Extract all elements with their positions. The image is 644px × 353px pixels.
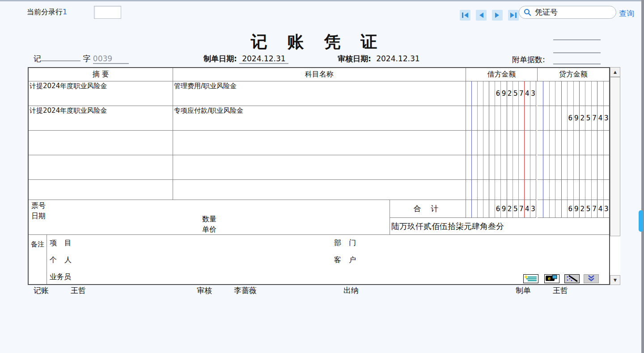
row-credit-cell[interactable]: 6925743 [538, 106, 609, 131]
row-account-cell[interactable]: 专项应付款/职业风险金 [173, 106, 466, 131]
amount-digit-cell [585, 131, 591, 155]
magic-wand-icon[interactable] [564, 274, 580, 283]
header-blank-line-2 [553, 45, 601, 53]
lines-sparkle-icon[interactable] [523, 274, 538, 283]
amount-digit-cell [580, 155, 585, 179]
row-summary-cell[interactable] [29, 155, 173, 180]
amount-digit-cell [562, 81, 568, 106]
next-page-icon[interactable] [492, 10, 503, 21]
row-summary-cell[interactable]: 计提2024年度职业风险金 [29, 81, 173, 106]
quantity-label: 数量 [202, 215, 216, 224]
row-debit-cell[interactable] [466, 131, 536, 155]
row-account-cell[interactable] [173, 155, 466, 180]
amount-digit-cell [466, 106, 472, 130]
amount-digit-cell [597, 155, 603, 179]
header-debit: 借方金额 [466, 68, 538, 81]
customer-label: 客 户 [334, 255, 359, 265]
window-top-edge [0, 0, 644, 1]
amount-digit-cell [489, 131, 495, 155]
amount-digit-cell [478, 155, 483, 179]
amount-digit-cell [472, 155, 478, 179]
auditor-label: 审核 [197, 285, 212, 296]
amount-digit-cell [574, 81, 580, 106]
query-link[interactable]: 查询 [619, 9, 634, 19]
row-debit-cell[interactable] [466, 180, 536, 200]
prev-page-icon[interactable] [476, 10, 487, 21]
amount-digit-cell: 3 [530, 81, 536, 106]
amount-digit-cell: 7 [519, 200, 525, 217]
project-label: 项 目 [50, 238, 74, 248]
total-credit-cell: 6925743 [538, 200, 609, 218]
audit-date-value: 2024.12.31 [373, 54, 422, 63]
amount-digit-cell [495, 106, 501, 130]
scroll-down-icon[interactable]: ▼ [610, 275, 620, 285]
page-scrollbar-thumb[interactable] [639, 210, 643, 232]
amount-digit-cell [501, 131, 507, 155]
row-summary-cell[interactable] [29, 180, 173, 200]
made-date-line: 制单日期: 2024.12.31 [203, 54, 288, 64]
made-date-label: 制单日期: [203, 54, 237, 63]
collapse-chevrons-icon[interactable] [584, 274, 599, 283]
e-display-icon[interactable]: e [544, 274, 559, 283]
voucher-table: 摘 要 科目名称 借方金额 贷方金额 计提2024年度职业风险金 管理费用/职业… [28, 67, 610, 285]
voucher-word-zi: 字 [83, 54, 90, 63]
row-account-cell[interactable] [173, 180, 466, 200]
row-credit-cell[interactable] [538, 155, 609, 180]
total-label-cell: 合 计 [390, 200, 466, 218]
amount-digit-cell [555, 81, 561, 106]
row-debit-cell[interactable] [466, 106, 536, 131]
amount-digit-cell: 3 [604, 200, 609, 217]
amount-digit-cell [555, 180, 561, 200]
amount-digit-cell: 9 [574, 106, 580, 130]
amount-digit-cell [519, 155, 525, 179]
search-input[interactable] [534, 8, 603, 17]
amount-digit-cell [525, 155, 530, 179]
last-page-icon[interactable] [508, 10, 519, 21]
amount-digit-cell [507, 131, 513, 155]
row-debit-cell[interactable]: 6925743 [466, 81, 536, 106]
row-credit-cell[interactable] [538, 81, 609, 106]
amount-digit-cell: 9 [574, 200, 580, 217]
amount-digit-cell [501, 155, 507, 179]
amount-digit-cell [513, 131, 519, 155]
amount-digit-cell: 5 [585, 200, 591, 217]
row-credit-cell[interactable] [538, 131, 609, 155]
table-scrollbar[interactable]: ▲ ▼ [610, 67, 620, 285]
header-account: 科目名称 [173, 68, 466, 81]
amount-digit-cell: 9 [501, 200, 507, 217]
voucher-title: 记 账 凭 证 [0, 31, 635, 53]
amount-digit-cell [604, 81, 609, 106]
first-page-icon[interactable] [460, 10, 470, 21]
person-label: 个 人 [50, 255, 74, 265]
amount-digit-cell: 2 [507, 81, 513, 106]
row-account-cell[interactable] [173, 131, 466, 155]
amount-digit-cell [519, 180, 525, 200]
audit-date-label: 审核日期: [338, 54, 371, 63]
word-blank-line [41, 60, 80, 61]
row-debit-cell[interactable] [466, 155, 536, 180]
voucher-search-box[interactable] [519, 6, 616, 19]
amount-digit-cell [495, 180, 501, 200]
amount-digit-cell [562, 180, 568, 200]
scrollbar-thumb[interactable] [610, 77, 620, 236]
made-date-value: 2024.12.31 [239, 54, 288, 64]
ticket-date-label: 日期 [31, 212, 46, 221]
amount-digit-cell: 4 [597, 200, 603, 217]
row-summary-cell[interactable] [29, 131, 173, 155]
amount-digit-cell [574, 131, 580, 155]
amount-digit-cell [519, 131, 525, 155]
amount-digit-cell: 5 [585, 106, 591, 130]
amount-digit-cell [543, 106, 549, 130]
row-summary-cell[interactable]: 计提2024年度职业风险金 [29, 106, 173, 131]
amount-digit-cell [472, 180, 478, 200]
amount-digit-cell [530, 131, 536, 155]
amount-digit-cell [472, 81, 478, 106]
scroll-up-icon[interactable]: ▲ [610, 67, 620, 77]
amount-digit-cell [562, 155, 568, 179]
row-account-cell[interactable]: 管理费用/职业风险金 [173, 81, 466, 106]
amount-digit-cell [562, 200, 568, 217]
row-credit-cell[interactable] [538, 180, 609, 200]
row-jump-input[interactable] [94, 6, 121, 19]
amount-digit-cell [538, 155, 543, 179]
amount-digit-cell [501, 180, 507, 200]
